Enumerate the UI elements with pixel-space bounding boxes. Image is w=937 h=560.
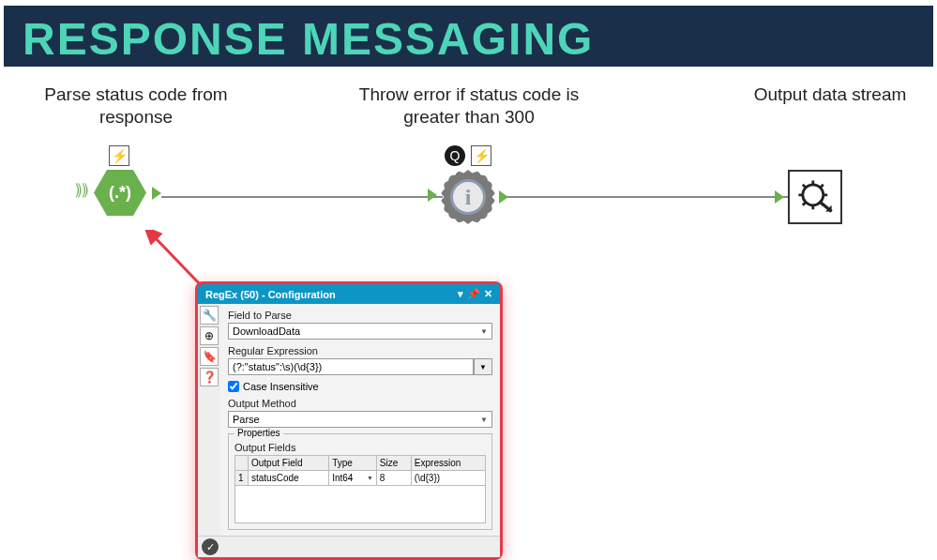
lightning-icon	[471, 145, 491, 166]
regex-icon-text: (.*)	[109, 183, 131, 203]
tag-icon[interactable]: 🔖	[200, 347, 219, 366]
output-tool-node[interactable]	[788, 170, 842, 224]
lightning-icon	[109, 145, 129, 166]
header-bar: RESPONSE MESSAGING	[4, 6, 933, 67]
node2-label: Throw error if status code is greater th…	[347, 83, 591, 129]
regex-dropdown-button[interactable]: ▼	[474, 358, 492, 375]
properties-group: Properties Output Fields Output Field Ty…	[228, 433, 492, 530]
connector-line	[506, 196, 788, 198]
panel-content: Field to Parse DownloadData Regular Expr…	[220, 304, 500, 536]
cell-type[interactable]: Int64	[329, 471, 377, 486]
field-to-parse-label: Field to Parse	[228, 310, 492, 321]
connector-line	[161, 196, 443, 198]
input-anchor-icon	[775, 190, 784, 204]
panel-footer: ✓	[198, 536, 500, 557]
col-type: Type	[329, 456, 377, 471]
cell-expression[interactable]: (\d{3})	[411, 471, 485, 486]
output-anchor-icon	[152, 187, 161, 200]
gear-icon	[788, 170, 842, 224]
node1-label: Parse status code from response	[38, 83, 234, 129]
field-to-parse-dropdown[interactable]: DownloadData	[228, 323, 492, 340]
output-method-dropdown[interactable]: Parse	[228, 411, 492, 428]
panel-titlebar[interactable]: RegEx (50) - Configuration ▾ 📌 ✕	[198, 284, 500, 304]
regex-label: Regular Expression	[228, 345, 492, 356]
wrench-icon[interactable]: 🔧	[200, 306, 219, 325]
col-rownum	[235, 456, 249, 471]
output-fields-table: Output Field Type Size Expression 1 stat…	[234, 455, 486, 486]
help-icon[interactable]: ❓	[200, 368, 219, 386]
node3-label: Output data stream	[750, 83, 910, 106]
row-number: 1	[235, 471, 249, 486]
panel-sidebar: 🔧 ⊕ 🔖 ❓	[198, 304, 220, 536]
q-badge-icon	[445, 145, 465, 166]
case-insensitive-label: Case Insensitive	[243, 381, 319, 392]
hexagon-icon: (.*)	[94, 170, 146, 216]
config-panel: RegEx (50) - Configuration ▾ 📌 ✕ 🔧 ⊕ 🔖 ❓…	[195, 281, 503, 560]
col-size: Size	[376, 456, 411, 471]
regex-input[interactable]: (?:"status":\s)(\d{3})	[228, 358, 474, 375]
panel-title: RegEx (50) - Configuration	[205, 289, 336, 300]
table-empty-area	[234, 486, 486, 523]
callout-arrow-icon	[145, 230, 211, 295]
target-icon[interactable]: ⊕	[200, 326, 219, 345]
wireless-icon: ⸩⸩	[75, 181, 88, 198]
cell-size[interactable]: 8	[376, 471, 411, 486]
properties-label: Properties	[234, 428, 283, 438]
dropdown-icon[interactable]: ▾	[458, 288, 463, 300]
svg-line-1	[153, 235, 202, 286]
seal-icon: i	[441, 170, 495, 224]
pin-icon[interactable]: 📌	[467, 288, 480, 300]
col-output-field: Output Field	[249, 456, 329, 471]
col-expression: Expression	[411, 456, 485, 471]
cell-output-field[interactable]: statusCode	[249, 471, 329, 486]
page-title: RESPONSE MESSAGING	[23, 13, 914, 65]
close-icon[interactable]: ✕	[484, 288, 492, 300]
regex-tool-node[interactable]: ⸩⸩ (.*)	[94, 170, 146, 216]
table-row[interactable]: 1 statusCode Int64 8 (\d{3})	[235, 471, 486, 486]
info-icon: i	[450, 179, 486, 215]
message-tool-node[interactable]: i	[441, 170, 495, 224]
workflow-canvas: Parse status code from response Throw er…	[0, 83, 937, 271]
input-anchor-icon	[428, 189, 437, 202]
output-method-label: Output Method	[228, 398, 492, 409]
case-insensitive-checkbox[interactable]	[228, 381, 239, 392]
check-icon[interactable]: ✓	[202, 538, 219, 555]
output-fields-label: Output Fields	[234, 442, 486, 453]
output-anchor-icon	[499, 190, 508, 204]
